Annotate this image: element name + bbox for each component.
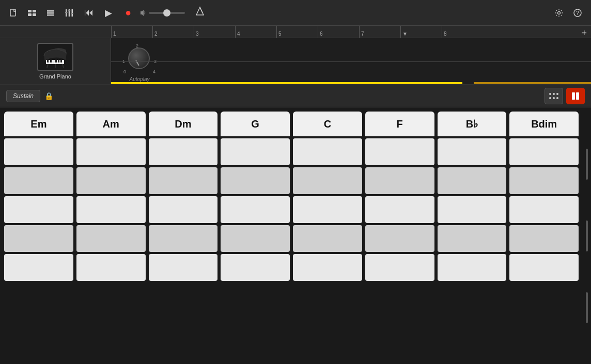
chord-header-Bdim[interactable]: Bdim <box>509 112 579 136</box>
chord-column-F: F <box>365 112 434 360</box>
scrollbar-3[interactable] <box>586 292 588 323</box>
chord-header-Em[interactable]: Em <box>4 112 73 136</box>
record-button[interactable]: ● <box>120 5 136 21</box>
chord-cell-6-2[interactable] <box>438 196 507 223</box>
chord-cell-4-2[interactable] <box>293 196 362 223</box>
track-name: Grand Piano <box>39 73 71 80</box>
chord-header-B♭[interactable]: B♭ <box>438 112 507 136</box>
chord-cell-3-1[interactable] <box>221 167 290 194</box>
chord-cell-0-2[interactable] <box>4 196 73 223</box>
chord-header-Dm[interactable]: Dm <box>149 112 218 136</box>
svg-rect-31 <box>58 60 59 62</box>
track-thumbnail[interactable] <box>37 43 73 71</box>
svg-rect-13 <box>71 13 74 14</box>
chord-cell-7-2[interactable] <box>509 196 579 223</box>
chord-cell-5-4[interactable] <box>365 254 434 281</box>
chord-cell-7-0[interactable] <box>509 138 579 165</box>
ruler-mark-4: 4 <box>235 26 276 38</box>
chord-cell-7-1[interactable] <box>509 167 579 194</box>
chord-cell-5-0[interactable] <box>365 138 434 165</box>
scrollbar-1[interactable] <box>586 149 588 180</box>
chord-cell-2-2[interactable] <box>149 196 218 223</box>
settings-button[interactable] <box>552 6 566 20</box>
mixer-button[interactable] <box>62 6 76 20</box>
chord-column-G: G <box>221 112 290 360</box>
new-file-button[interactable] <box>6 6 21 20</box>
svg-rect-11 <box>65 12 68 13</box>
chord-cell-7-4[interactable] <box>509 254 579 281</box>
chord-cell-3-2[interactable] <box>221 196 290 223</box>
svg-rect-32 <box>60 60 62 62</box>
chord-column-Dm: Dm <box>149 112 218 360</box>
svg-point-36 <box>549 93 551 95</box>
chord-header-C[interactable]: C <box>293 112 362 136</box>
chord-cell-0-0[interactable] <box>4 138 73 165</box>
svg-point-41 <box>556 97 558 99</box>
lock-icon[interactable]: 🔒 <box>44 92 53 100</box>
svg-rect-30 <box>55 60 57 62</box>
help-button[interactable]: ? <box>570 6 585 20</box>
chord-cell-3-0[interactable] <box>221 138 290 165</box>
controls-right <box>545 88 585 104</box>
chord-cell-6-1[interactable] <box>438 167 507 194</box>
play-button[interactable]: ▶ <box>100 5 117 21</box>
ruler-mark-7: 7 <box>359 26 400 38</box>
chord-cell-0-3[interactable] <box>4 225 73 252</box>
chord-cell-6-4[interactable] <box>438 254 507 281</box>
svg-rect-12 <box>68 10 71 11</box>
chord-cell-5-1[interactable] <box>365 167 434 194</box>
ruler-mark-1: 1 <box>111 26 152 38</box>
svg-rect-29 <box>50 60 52 62</box>
ruler-mark-5: 5 <box>276 26 318 38</box>
volume-thumb[interactable] <box>163 9 170 17</box>
svg-marker-15 <box>196 7 204 15</box>
chord-cell-1-1[interactable] <box>76 167 146 194</box>
timeline-ruler: 1 2 3 4 5 6 7 ▼ 8 + <box>0 26 591 38</box>
chord-cell-3-3[interactable] <box>221 225 290 252</box>
svg-rect-6 <box>47 12 54 14</box>
autoplay-knob[interactable] <box>128 48 150 69</box>
chord-cell-2-4[interactable] <box>149 254 218 281</box>
chord-cell-1-4[interactable] <box>76 254 146 281</box>
ruler-marks: 1 2 3 4 5 6 7 ▼ 8 <box>111 26 591 38</box>
list-view-button[interactable] <box>43 6 58 20</box>
svg-rect-3 <box>28 13 32 16</box>
chord-cell-6-0[interactable] <box>438 138 507 165</box>
chord-header-Am[interactable]: Am <box>76 112 146 136</box>
chord-cell-3-4[interactable] <box>221 254 290 281</box>
chord-cell-5-2[interactable] <box>365 196 434 223</box>
chord-cell-6-3[interactable] <box>438 225 507 252</box>
ruler-mark-3: 3 <box>194 26 235 38</box>
chord-header-G[interactable]: G <box>221 112 290 136</box>
svg-rect-28 <box>47 60 49 62</box>
transport-controls: ⏮ ▶ ● <box>81 5 206 21</box>
chord-cell-4-1[interactable] <box>293 167 362 194</box>
rewind-button[interactable]: ⏮ <box>81 5 97 21</box>
sustain-button[interactable]: Sustain <box>6 90 40 102</box>
chord-cell-1-3[interactable] <box>76 225 146 252</box>
autoplay-label: Autoplay <box>130 76 150 82</box>
chord-cell-4-0[interactable] <box>293 138 362 165</box>
chord-cell-1-2[interactable] <box>76 196 146 223</box>
chord-header-F[interactable]: F <box>365 112 434 136</box>
ruler-mark-6: 6 <box>318 26 359 38</box>
track-header: Grand Piano <box>0 38 111 84</box>
chord-cell-2-3[interactable] <box>149 225 218 252</box>
track-view-button[interactable] <box>25 6 39 20</box>
volume-control[interactable] <box>139 9 185 17</box>
chord-dots-button[interactable] <box>545 88 563 104</box>
chord-cell-2-1[interactable] <box>149 167 218 194</box>
chord-cell-4-3[interactable] <box>293 225 362 252</box>
track-content[interactable]: 1 2 3 0 4 Autoplay <box>111 38 591 84</box>
autoplay-knob-area: 1 2 3 0 4 Autoplay <box>121 43 158 82</box>
scrollbar-2[interactable] <box>586 220 588 251</box>
chord-cell-1-0[interactable] <box>76 138 146 165</box>
chord-cell-7-3[interactable] <box>509 225 579 252</box>
chord-cell-2-0[interactable] <box>149 138 218 165</box>
chord-cell-5-3[interactable] <box>365 225 434 252</box>
chord-list-button[interactable] <box>566 88 585 104</box>
chord-cell-4-4[interactable] <box>293 254 362 281</box>
chord-cell-0-4[interactable] <box>4 254 73 281</box>
add-track-button[interactable]: + <box>581 28 587 38</box>
chord-cell-0-1[interactable] <box>4 167 73 194</box>
